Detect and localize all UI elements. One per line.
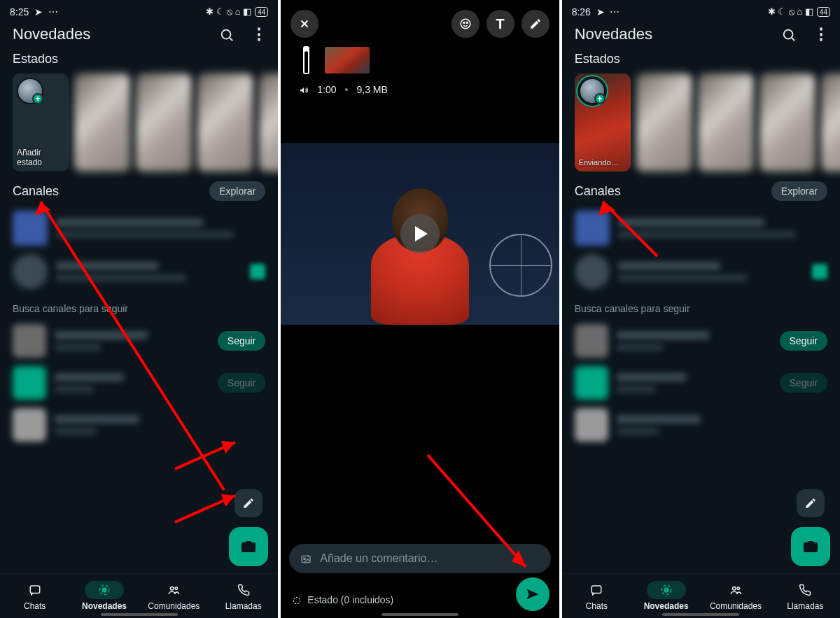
draw-icon[interactable] <box>522 10 550 38</box>
nav-comunidades[interactable]: Comunidades <box>139 574 209 618</box>
video-trimmer[interactable] <box>281 45 559 78</box>
svg-point-16 <box>463 22 465 24</box>
fab-stack <box>229 489 268 566</box>
follow-channel-item[interactable]: Seguir <box>0 320 278 362</box>
search-icon[interactable] <box>219 25 234 43</box>
status-row[interactable]: + Enviando… <box>562 73 840 177</box>
my-avatar: + <box>17 78 43 104</box>
nav-novedades[interactable]: Novedades <box>631 574 701 618</box>
svg-point-20 <box>294 597 300 603</box>
status-card-blurred[interactable] <box>821 73 840 171</box>
status-card-blurred[interactable] <box>259 73 278 171</box>
play-button[interactable] <box>400 214 440 253</box>
svg-point-26 <box>664 588 668 592</box>
svg-point-19 <box>304 558 306 560</box>
follow-channel-item[interactable]: Seguir <box>562 362 840 404</box>
video-preview[interactable] <box>281 143 559 325</box>
screenshot-1: 8:25 ➤ ⋯ ✱ ☾ ⦸ ⌂ ◧ 44 Novedades ⋮ Estado… <box>0 0 278 618</box>
status-icons: ✱ ☾ ⦸ ⌂ ◧ <box>768 6 813 17</box>
section-canales: Canales <box>575 184 621 199</box>
status-card-blurred[interactable] <box>636 73 692 171</box>
section-busca: Busca canales para seguir <box>0 293 278 320</box>
screenshot-2-editor: T 1:00 9,3 MB Añade un c <box>281 0 559 618</box>
follow-channel-item[interactable] <box>562 404 840 446</box>
page-title: Novedades <box>13 25 90 43</box>
bottom-nav: Chats Novedades Comunidades Llamadas <box>0 573 278 618</box>
status-icons: ✱ ☾ ⦸ ⌂ ◧ <box>206 6 251 17</box>
add-status-card[interactable]: + Añadirestado <box>13 73 69 171</box>
close-button[interactable] <box>290 10 318 38</box>
my-status-sending[interactable]: + Enviando… <box>575 73 631 171</box>
nav-chats[interactable]: Chats <box>562 574 631 618</box>
explore-button[interactable]: Explorar <box>209 181 265 201</box>
page-title: Novedades <box>575 25 652 43</box>
destination-label: Estado (0 incluidos) <box>307 594 393 605</box>
follow-channel-item[interactable] <box>0 404 278 446</box>
search-icon[interactable] <box>781 25 797 43</box>
status-time: 8:26 ➤ ⋯ <box>572 6 620 17</box>
status-right: ✱ ☾ ⦸ ⌂ ◧ 44 <box>768 6 830 17</box>
telegram-icon: ➤ <box>34 6 43 17</box>
status-card-blurred[interactable] <box>698 73 754 171</box>
channel-item[interactable] <box>562 206 840 250</box>
svg-point-6 <box>175 587 177 589</box>
send-button[interactable] <box>516 577 550 611</box>
more-icon[interactable]: ⋮ <box>813 25 829 43</box>
follow-channel-item[interactable]: Seguir <box>0 362 278 404</box>
section-busca: Busca canales para seguir <box>562 293 840 320</box>
follow-button[interactable]: Seguir <box>780 373 827 393</box>
svg-line-9 <box>175 442 235 469</box>
section-canales: Canales <box>13 184 59 199</box>
text-icon[interactable]: T <box>486 10 514 38</box>
sticker-icon[interactable] <box>451 10 479 38</box>
status-time: 8:25 ➤ ⋯ <box>10 6 58 17</box>
plus-icon: + <box>32 93 43 104</box>
status-row[interactable]: + Añadirestado <box>0 73 278 177</box>
nav-novedades[interactable]: Novedades <box>69 574 139 618</box>
camera-fab[interactable] <box>791 527 830 566</box>
battery-icon: 44 <box>817 7 830 17</box>
destination-row[interactable]: Estado (0 incluidos) <box>292 594 503 605</box>
channel-item[interactable] <box>0 206 278 250</box>
status-ring-icon <box>292 594 302 605</box>
section-estados: Estados <box>0 49 278 73</box>
fab-stack <box>791 489 830 566</box>
volume-icon[interactable] <box>299 84 309 95</box>
battery-icon: 44 <box>255 7 268 17</box>
video-size: 9,3 MB <box>345 84 388 95</box>
nav-llamadas[interactable]: Llamadas <box>771 574 840 618</box>
editor-toolbar: T <box>281 0 559 45</box>
more-icon[interactable]: ⋮ <box>251 25 267 43</box>
camera-fab[interactable] <box>229 527 268 566</box>
channels-header: Canales Explorar <box>0 177 278 206</box>
follow-channel-item[interactable]: Seguir <box>562 320 840 362</box>
screenshot-3: 8:26 ➤ ⋯ ✱ ☾ ⦸ ⌂ ◧ 44 Novedades ⋮ Estado… <box>562 0 840 618</box>
explore-button[interactable]: Explorar <box>771 181 827 201</box>
nav-comunidades[interactable]: Comunidades <box>701 574 770 618</box>
follow-button[interactable]: Seguir <box>780 331 827 351</box>
pencil-fab[interactable] <box>797 489 825 517</box>
status-card-blurred[interactable] <box>197 73 253 171</box>
svg-line-24 <box>792 38 794 41</box>
status-card-blurred[interactable] <box>74 73 130 171</box>
channels-header: Canales Explorar <box>562 177 840 206</box>
svg-point-29 <box>737 587 739 589</box>
video-duration: 1:00 <box>317 84 336 95</box>
follow-button[interactable]: Seguir <box>218 331 265 351</box>
sending-label: Enviando… <box>579 157 626 167</box>
channel-item[interactable] <box>562 250 840 293</box>
add-image-icon[interactable] <box>300 552 312 565</box>
status-card-blurred[interactable] <box>760 73 816 171</box>
nav-chats[interactable]: Chats <box>0 574 69 618</box>
home-indicator <box>662 613 739 616</box>
follow-button[interactable]: Seguir <box>218 373 265 393</box>
home-indicator <box>101 613 178 616</box>
channel-item[interactable] <box>0 250 278 293</box>
status-card-blurred[interactable] <box>136 73 192 171</box>
pencil-fab[interactable] <box>234 489 262 517</box>
caption-input[interactable]: Añade un comentario… <box>289 544 550 573</box>
my-avatar: + <box>579 78 606 104</box>
nav-llamadas[interactable]: Llamadas <box>209 574 278 618</box>
svg-rect-25 <box>592 586 602 594</box>
header: Novedades ⋮ <box>562 20 840 49</box>
